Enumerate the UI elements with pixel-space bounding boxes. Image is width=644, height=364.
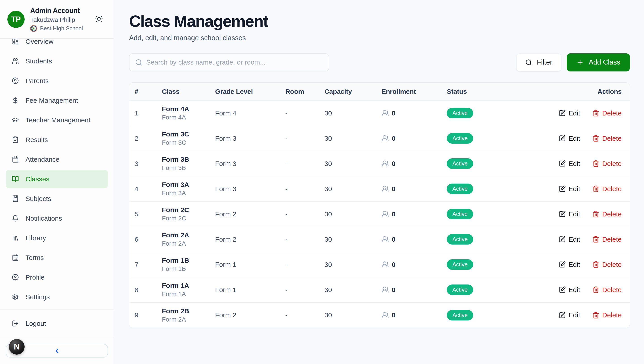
sidebar-item-attendance[interactable]: Attendance <box>6 150 108 168</box>
sidebar-item-settings[interactable]: Settings <box>6 288 108 306</box>
sidebar-item-terms[interactable]: Terms <box>6 248 108 267</box>
capacity-cell: 30 <box>324 236 381 243</box>
edit-label: Edit <box>569 311 580 319</box>
search-input[interactable] <box>146 58 323 66</box>
sidebar-item-label: Settings <box>26 293 50 301</box>
search-box <box>129 53 329 72</box>
sidebar-item-notifications[interactable]: Notifications <box>6 209 108 227</box>
enrollment-cell: 0 <box>381 311 447 319</box>
delete-button[interactable]: Delete <box>592 311 622 319</box>
delete-label: Delete <box>602 261 622 268</box>
class-code: Form 3B <box>162 164 215 172</box>
main-content: Class Management Add, edit, and manage s… <box>114 0 644 364</box>
enrollment-cell: 0 <box>381 261 447 268</box>
column-header-enrollment: Enrollment <box>381 88 447 95</box>
edit-icon <box>559 110 566 116</box>
delete-button[interactable]: Delete <box>592 210 622 218</box>
sidebar-nav: Overview Students Parents Fee Management… <box>0 39 114 310</box>
capacity-cell: 30 <box>324 261 381 268</box>
room-cell: - <box>285 135 324 142</box>
status-badge: Active <box>447 234 473 244</box>
users-round-icon <box>381 135 389 142</box>
capacity-cell: 30 <box>324 135 381 142</box>
sidebar-item-classes[interactable]: Classes <box>6 170 108 188</box>
status-badge: Active <box>447 184 473 194</box>
table-row: 6 Form 2A Form 2A Form 2 - 30 0 Active E… <box>129 227 630 252</box>
add-class-button[interactable]: Add Class <box>567 53 630 72</box>
table-header-row: # Class Grade Level Room Capacity Enroll… <box>129 83 630 101</box>
edit-button[interactable]: Edit <box>559 236 580 243</box>
status-badge: Active <box>447 108 473 118</box>
edit-icon <box>559 185 566 192</box>
enrollment-count: 0 <box>392 210 395 218</box>
theme-toggle-button[interactable] <box>95 15 103 24</box>
room-cell: - <box>285 110 324 117</box>
edit-button[interactable]: Edit <box>559 311 580 319</box>
actions-cell: Edit Delete <box>550 261 622 268</box>
delete-button[interactable]: Delete <box>592 185 622 193</box>
sidebar-item-label: Terms <box>26 254 44 262</box>
edit-label: Edit <box>569 210 580 218</box>
graduation-cap-icon <box>12 116 19 124</box>
edit-label: Edit <box>569 135 580 142</box>
sidebar-item-profile[interactable]: Profile <box>6 268 108 286</box>
edit-button[interactable]: Edit <box>559 261 580 268</box>
logout-section: Logout <box>0 310 114 337</box>
class-cell: Form 4A Form 4A <box>162 105 215 121</box>
logout-button[interactable]: Logout <box>6 314 108 332</box>
grade-level-cell: Form 2 <box>215 236 285 243</box>
edit-button[interactable]: Edit <box>559 135 580 142</box>
dev-tools-badge[interactable]: N <box>9 339 25 354</box>
users-round-icon <box>381 286 389 294</box>
sun-icon <box>95 15 103 23</box>
sidebar-item-subjects[interactable]: Subjects <box>6 190 108 208</box>
edit-button[interactable]: Edit <box>559 160 580 168</box>
delete-button[interactable]: Delete <box>592 286 622 294</box>
sidebar-item-fee-management[interactable]: Fee Management <box>6 91 108 110</box>
delete-label: Delete <box>602 110 622 117</box>
filter-label: Filter <box>537 58 552 66</box>
users-round-icon <box>381 110 389 117</box>
delete-button[interactable]: Delete <box>592 261 622 268</box>
edit-icon <box>559 261 566 268</box>
column-header-actions: Actions <box>550 88 622 95</box>
account-title: Admin Account <box>30 7 83 15</box>
delete-button[interactable]: Delete <box>592 236 622 243</box>
sidebar-item-label: Results <box>26 136 48 144</box>
delete-button[interactable]: Delete <box>592 135 622 142</box>
enrollment-count: 0 <box>392 236 395 243</box>
edit-button[interactable]: Edit <box>559 185 580 193</box>
sidebar-item-overview[interactable]: Overview <box>6 39 108 50</box>
class-name: Form 2C <box>162 206 215 214</box>
grade-level-cell: Form 1 <box>215 261 285 268</box>
edit-label: Edit <box>569 261 580 268</box>
page-title: Class Management <box>129 12 630 30</box>
sidebar-item-label: Fee Management <box>26 97 78 104</box>
enrollment-cell: 0 <box>381 236 447 243</box>
table-row: 5 Form 2C Form 2C Form 2 - 30 0 Active E… <box>129 202 630 227</box>
sidebar-item-library[interactable]: Library <box>6 229 108 247</box>
class-name: Form 1A <box>162 282 215 290</box>
table-row: 7 Form 1B Form 1B Form 1 - 30 0 Active E… <box>129 252 630 277</box>
edit-button[interactable]: Edit <box>559 210 580 218</box>
actions-cell: Edit Delete <box>550 160 622 168</box>
column-header-class: Class <box>162 88 215 95</box>
sidebar-item-students[interactable]: Students <box>6 52 108 70</box>
edit-button[interactable]: Edit <box>559 286 580 294</box>
delete-button[interactable]: Delete <box>592 160 622 168</box>
trash-icon <box>592 110 599 116</box>
class-cell: Form 1B Form 1B <box>162 256 215 272</box>
enrollment-cell: 0 <box>381 135 447 142</box>
enrollment-cell: 0 <box>381 286 447 294</box>
delete-label: Delete <box>602 311 622 319</box>
class-code: Form 2A <box>162 316 215 323</box>
sidebar-item-parents[interactable]: Parents <box>6 72 108 90</box>
sidebar-item-teacher-management[interactable]: Teacher Management <box>6 111 108 129</box>
filter-button[interactable]: Filter <box>516 53 561 72</box>
capacity-cell: 30 <box>324 286 381 294</box>
edit-button[interactable]: Edit <box>559 110 580 117</box>
sidebar-item-results[interactable]: Results <box>6 131 108 149</box>
status-cell: Active <box>447 259 550 270</box>
sidebar-item-label: Classes <box>26 175 49 183</box>
delete-button[interactable]: Delete <box>592 110 622 117</box>
